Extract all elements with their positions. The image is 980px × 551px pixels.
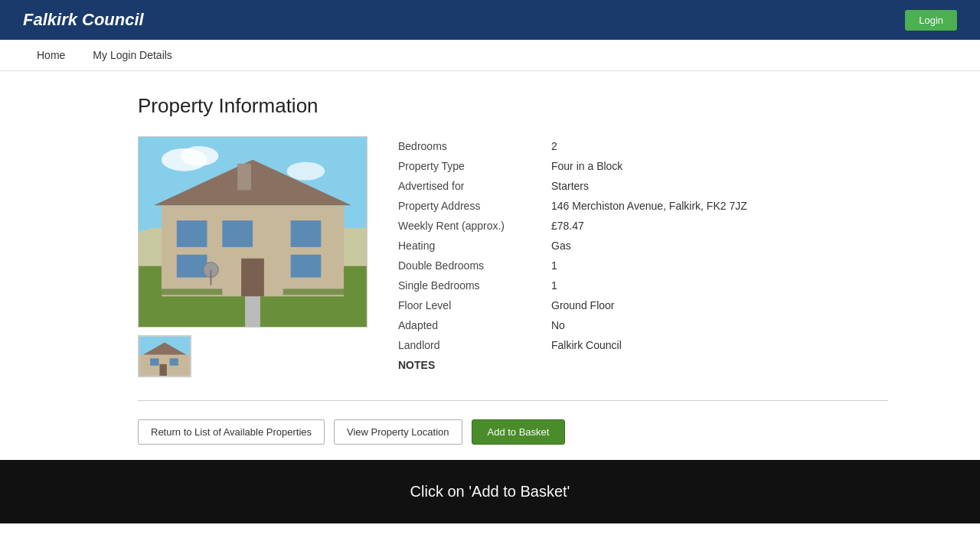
- detail-value: Four in a Block: [551, 156, 888, 176]
- view-location-button[interactable]: View Property Location: [334, 419, 462, 445]
- footer-banner: Click on 'Add to Basket': [0, 460, 980, 523]
- detail-label: Bedrooms: [398, 136, 551, 156]
- detail-value: £78.47: [551, 216, 888, 236]
- detail-value: No: [551, 315, 888, 335]
- detail-value: Gas: [551, 236, 888, 256]
- table-row: Weekly Rent (approx.)£78.47: [398, 216, 888, 236]
- svg-rect-16: [245, 296, 260, 327]
- main-content: Property Information: [0, 71, 919, 460]
- svg-point-3: [287, 162, 325, 181]
- add-to-basket-button[interactable]: Add to Basket: [472, 419, 566, 445]
- site-logo: Falkirk Council: [23, 10, 144, 30]
- details-column: Bedrooms2Property TypeFour in a BlockAdv…: [398, 136, 888, 377]
- top-bar: Falkirk Council Login: [0, 0, 980, 40]
- svg-rect-18: [283, 289, 344, 295]
- login-button[interactable]: Login: [905, 10, 957, 31]
- table-row: Bedrooms2: [398, 136, 888, 156]
- content-area: Bedrooms2Property TypeFour in a BlockAdv…: [138, 136, 888, 401]
- nav-home[interactable]: Home: [23, 40, 79, 70]
- return-list-button[interactable]: Return to List of Available Properties: [138, 419, 325, 445]
- property-illustration: [139, 137, 367, 327]
- svg-rect-23: [170, 358, 178, 365]
- svg-rect-11: [291, 220, 322, 247]
- svg-rect-17: [162, 289, 222, 295]
- svg-rect-10: [222, 220, 253, 247]
- images-column: [138, 136, 368, 377]
- svg-rect-9: [177, 255, 207, 278]
- svg-rect-8: [177, 220, 207, 247]
- navigation: Home My Login Details: [0, 40, 980, 71]
- detail-label: Floor Level: [398, 295, 551, 315]
- notes-row: NOTES: [398, 355, 888, 375]
- table-row: AdaptedNo: [398, 315, 888, 335]
- buttons-area: Return to List of Available Properties V…: [138, 419, 888, 445]
- detail-label: Adapted: [398, 315, 551, 335]
- svg-rect-12: [291, 255, 322, 278]
- table-row: Floor LevelGround Floor: [398, 295, 888, 315]
- page-title: Property Information: [138, 94, 888, 118]
- detail-label: Landlord: [398, 335, 551, 355]
- thumbnail-1[interactable]: [138, 335, 191, 377]
- detail-value: 146 Merchiston Avenue, Falkirk, FK2 7JZ: [551, 196, 888, 216]
- footer-message: Click on 'Add to Basket': [410, 483, 570, 500]
- detail-label: Single Bedrooms: [398, 276, 551, 295]
- detail-value: Starters: [551, 176, 888, 196]
- svg-rect-24: [159, 364, 166, 377]
- detail-label: Property Address: [398, 196, 551, 216]
- detail-label: Double Bedrooms: [398, 256, 551, 276]
- table-row: HeatingGas: [398, 236, 888, 256]
- detail-value: 1: [551, 256, 888, 276]
- thumbnail-row: [138, 335, 368, 377]
- detail-label: Weekly Rent (approx.): [398, 216, 551, 236]
- svg-rect-7: [237, 164, 251, 191]
- svg-point-2: [181, 146, 219, 166]
- detail-value: Ground Floor: [551, 295, 888, 315]
- property-details-table: Bedrooms2Property TypeFour in a BlockAdv…: [398, 136, 888, 375]
- detail-value: 1: [551, 276, 888, 295]
- main-property-image: [138, 136, 368, 328]
- table-row: Double Bedrooms1: [398, 256, 888, 276]
- svg-rect-22: [150, 358, 158, 365]
- notes-label: NOTES: [398, 355, 888, 375]
- svg-rect-13: [241, 259, 264, 297]
- nav-my-login-details[interactable]: My Login Details: [79, 40, 186, 70]
- detail-label: Heating: [398, 236, 551, 256]
- table-row: Advertised forStarters: [398, 176, 888, 196]
- detail-value: 2: [551, 136, 888, 156]
- table-row: Property Address146 Merchiston Avenue, F…: [398, 196, 888, 216]
- detail-label: Property Type: [398, 156, 551, 176]
- table-row: Single Bedrooms1: [398, 276, 888, 295]
- detail-value: Falkirk Council: [551, 335, 888, 355]
- detail-label: Advertised for: [398, 176, 551, 196]
- table-row: Property TypeFour in a Block: [398, 156, 888, 176]
- table-row: LandlordFalkirk Council: [398, 335, 888, 355]
